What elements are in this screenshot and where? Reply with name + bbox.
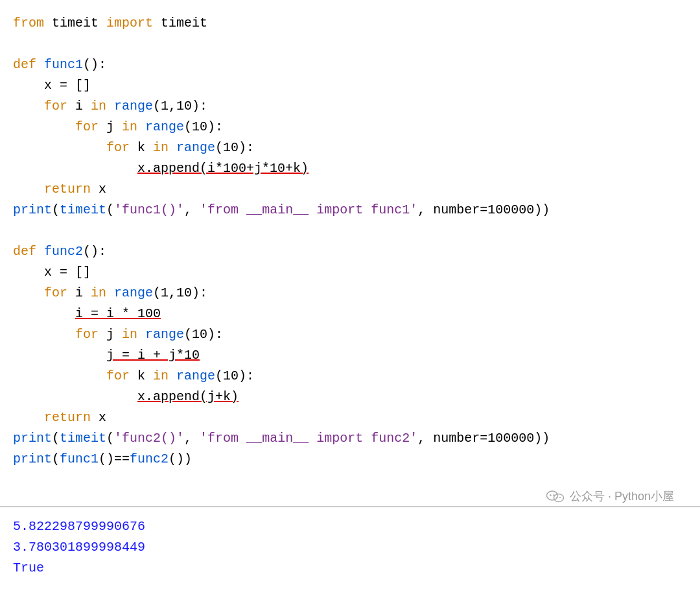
code-line-17: j = i + j*10	[13, 345, 681, 366]
code-line-22: print(func1()==func2())	[13, 449, 681, 470]
svg-point-4	[556, 496, 557, 498]
code-area: from timeit import timeit def func1(): x…	[0, 0, 700, 506]
code-line-6: for j in range(10):	[13, 117, 681, 138]
watermark: 公众号 · Python小屋	[546, 487, 674, 506]
output-line-2: 3.780301899998449	[13, 537, 687, 558]
code-line-9: return x	[13, 179, 681, 200]
code-line-1: from timeit import timeit	[13, 13, 681, 34]
svg-point-3	[554, 494, 563, 501]
code-line-12: def func2():	[13, 241, 681, 262]
code-line-10: print(timeit('func1()', 'from __main__ i…	[13, 200, 681, 221]
code-line-15: i = i * 100	[13, 304, 681, 324]
code-line-3: def func1():	[13, 54, 681, 75]
code-line-16: for j in range(10):	[13, 324, 681, 345]
code-line-18: for k in range(10):	[13, 366, 681, 387]
code-line-14: for i in range(1,10):	[13, 283, 681, 304]
code-line-blank2	[13, 221, 681, 241]
svg-point-1	[550, 494, 552, 496]
code-line-8: x.append(i*100+j*10+k)	[13, 158, 681, 179]
page-wrapper: from timeit import timeit def func1(): x…	[0, 0, 700, 589]
svg-point-5	[559, 496, 561, 498]
code-line-7: for k in range(10):	[13, 138, 681, 158]
kw-from: from	[13, 16, 44, 30]
code-line-21: print(timeit('func2()', 'from __main__ i…	[13, 428, 681, 449]
code-line-5: for i in range(1,10):	[13, 96, 681, 117]
code-line-20: return x	[13, 407, 681, 428]
code-line-4: x = []	[13, 75, 681, 96]
output-area: 5.822298799990676 3.780301899998449 True	[0, 506, 700, 588]
svg-point-0	[546, 491, 557, 500]
code-line-blank1	[13, 34, 681, 54]
output-line-1: 5.822298799990676	[13, 516, 687, 537]
output-line-3: True	[13, 558, 687, 579]
wechat-icon	[546, 488, 565, 506]
watermark-text: 公众号 · Python小屋	[570, 487, 674, 506]
code-line-19: x.append(j+k)	[13, 387, 681, 407]
code-line-13: x = []	[13, 262, 681, 283]
